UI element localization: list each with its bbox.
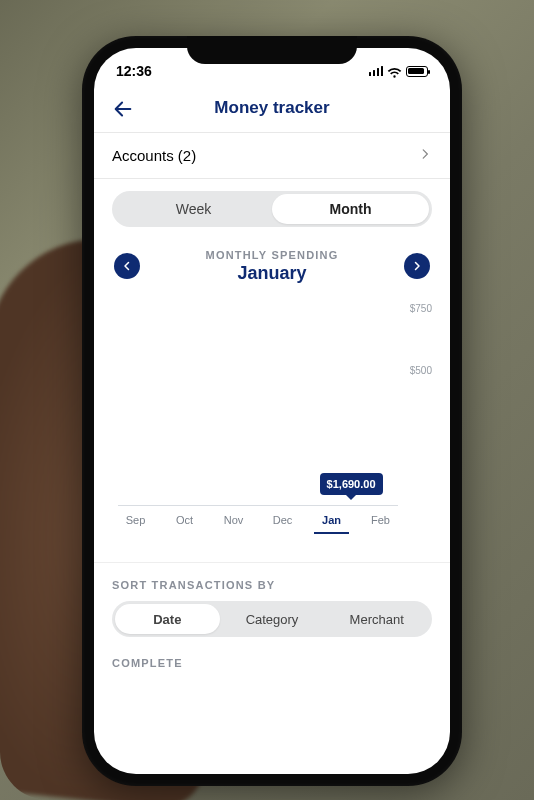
chart-month-label: January [112,263,432,284]
back-arrow-icon[interactable] [112,98,134,120]
chevron-right-icon [418,147,432,164]
page-title: Money tracker [94,98,450,118]
wifi-icon [387,66,402,77]
y-tick-label: $750 [410,302,432,313]
bar-tooltip: $1,690.00 [320,473,383,495]
status-right [369,66,429,77]
x-label-jan[interactable]: Jan [314,514,349,534]
chart-bars: $1,690.00 [118,306,398,506]
phone-frame: 12:36 Money tracker Accounts (2) [82,36,462,786]
app-header: Money tracker [94,84,450,133]
chart-prev-button[interactable] [114,253,140,279]
chart-header: MONTHLY SPENDING January [112,243,432,292]
chart-section: MONTHLY SPENDING January $1,690.00 $500$… [94,239,450,534]
period-segmented-control: Week Month [94,179,450,239]
x-label-feb[interactable]: Feb [363,514,398,534]
sort-title: SORT TRANSACTIONS BY [112,579,432,591]
chart-x-labels: SepOctNovDecJanFeb [112,506,432,534]
cellular-signal-icon [369,66,384,76]
status-time: 12:36 [116,63,152,79]
x-label-oct[interactable]: Oct [167,514,202,534]
x-label-dec[interactable]: Dec [265,514,300,534]
sort-segmented-control: Date Category Merchant [112,601,432,637]
x-label-nov[interactable]: Nov [216,514,251,534]
sort-option-merchant[interactable]: Merchant [324,604,429,634]
bar-chart: $1,690.00 $500$750 [112,306,432,506]
sort-option-category[interactable]: Category [220,604,325,634]
x-label-sep[interactable]: Sep [118,514,153,534]
accounts-row[interactable]: Accounts (2) [94,133,450,179]
accounts-label: Accounts (2) [112,147,196,164]
battery-icon [406,66,428,77]
phone-screen: 12:36 Money tracker Accounts (2) [94,48,450,774]
sort-section: SORT TRANSACTIONS BY Date Category Merch… [94,562,450,637]
y-tick-label: $500 [410,365,432,376]
phone-notch [187,36,357,64]
chart-overline: MONTHLY SPENDING [112,249,432,261]
section-complete-label: COMPLETE [94,637,450,669]
sort-option-date[interactable]: Date [115,604,220,634]
chart-next-button[interactable] [404,253,430,279]
tab-week[interactable]: Week [115,194,272,224]
tab-month[interactable]: Month [272,194,429,224]
